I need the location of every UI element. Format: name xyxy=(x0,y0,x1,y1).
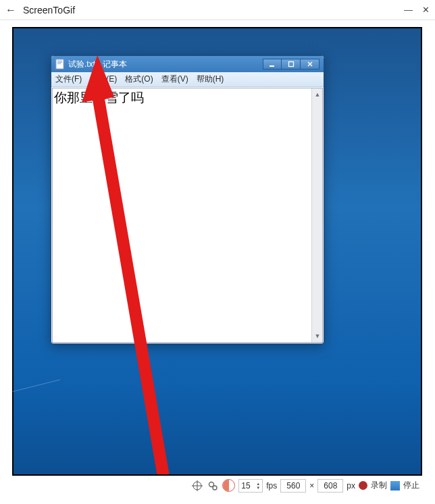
stop-square-icon[interactable] xyxy=(390,481,400,491)
px-label: px xyxy=(347,481,355,491)
close-button[interactable]: ✕ xyxy=(422,5,430,15)
app-titlebar: ← ScreenToGif — ✕ xyxy=(0,0,435,20)
back-icon[interactable]: ← xyxy=(5,4,16,16)
fps-spin-down-icon[interactable]: ▼ xyxy=(256,486,260,490)
svg-rect-2 xyxy=(57,62,62,63)
menu-format[interactable]: 格式(O) xyxy=(125,74,153,85)
notepad-menubar: 文件(F) 编辑(E) 格式(O) 查看(V) 帮助(H) xyxy=(51,72,324,87)
menu-view[interactable]: 查看(V) xyxy=(161,74,188,85)
fps-label: fps xyxy=(266,481,277,491)
notepad-text-content[interactable]: 你那里下雪了吗 xyxy=(53,88,311,342)
fps-value: 15 xyxy=(241,481,256,491)
stop-button[interactable]: 停止 xyxy=(403,480,419,491)
notepad-titlebar[interactable]: 试验.txt - 记事本 xyxy=(51,56,324,72)
svg-rect-3 xyxy=(57,63,61,64)
settings-gear-icon[interactable] xyxy=(207,480,219,492)
menu-edit[interactable]: 编辑(E) xyxy=(90,74,117,85)
scroll-down-icon[interactable]: ▼ xyxy=(313,331,322,341)
minimize-button[interactable]: — xyxy=(404,5,413,15)
menu-help[interactable]: 帮助(H) xyxy=(197,74,224,85)
notepad-minimize-button[interactable] xyxy=(263,59,282,69)
notepad-body: 你那里下雪了吗 ▲ ▼ xyxy=(52,88,323,343)
app-title: ScreenToGif xyxy=(23,5,404,16)
desktop-decoration-line xyxy=(7,379,60,393)
recording-frame: 试验.txt - 记事本 文件(F) 编辑(E) 格式(O) 查看(V) 帮助(… xyxy=(12,27,422,476)
notepad-window: 试验.txt - 记事本 文件(F) 编辑(E) 格式(O) 查看(V) 帮助(… xyxy=(51,55,324,344)
crosshair-icon[interactable] xyxy=(191,480,203,492)
record-button[interactable]: 录制 xyxy=(371,480,387,491)
notepad-maximize-button[interactable] xyxy=(282,59,301,69)
bottom-toolbar: 15 ▲▼ fps 560 × 608 px 录制 停止 xyxy=(12,476,422,495)
svg-rect-1 xyxy=(57,61,62,61)
svg-rect-5 xyxy=(288,62,293,67)
scroll-up-icon[interactable]: ▲ xyxy=(313,90,322,99)
record-dot-icon[interactable] xyxy=(359,481,367,490)
notepad-close-button[interactable] xyxy=(301,59,319,69)
notepad-title: 试验.txt - 记事本 xyxy=(68,59,263,70)
fps-input[interactable]: 15 ▲▼ xyxy=(238,479,263,493)
svg-rect-4 xyxy=(270,65,274,67)
notepad-file-icon xyxy=(55,59,65,69)
dim-x-label: × xyxy=(309,481,314,491)
gauge-indicator-icon xyxy=(222,479,235,492)
svg-point-11 xyxy=(213,486,217,490)
height-input[interactable]: 608 xyxy=(317,479,343,493)
width-input[interactable]: 560 xyxy=(280,479,306,493)
menu-file[interactable]: 文件(F) xyxy=(55,74,82,85)
notepad-scrollbar[interactable]: ▲ ▼ xyxy=(311,88,322,342)
